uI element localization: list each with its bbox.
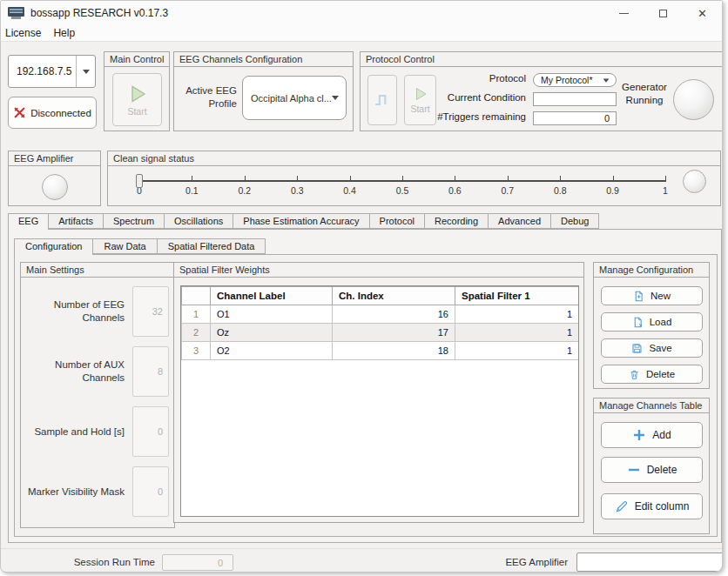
- tab-advanced[interactable]: Advanced: [488, 213, 551, 229]
- active-eeg-profile-dropdown[interactable]: Occipital Alpha cl...: [242, 76, 347, 120]
- main-control-panel: Main Control Start: [104, 51, 170, 131]
- eeg-amplifier-lamp: [42, 174, 68, 200]
- column-header-spatial-filter-1: Spatial Filter 1: [455, 287, 579, 305]
- manage-configuration-panel: Manage Configuration NewLoadSaveDelete: [593, 262, 710, 389]
- number-of-eeg-channels-field[interactable]: 32: [132, 286, 169, 337]
- save-button[interactable]: Save: [601, 338, 703, 358]
- minimize-icon: [619, 13, 629, 14]
- clean-signal-slider[interactable]: 00.10.20.30.40.50.60.70.80.91: [139, 172, 665, 200]
- slider-tick-label: 0.3: [284, 185, 310, 196]
- row-index-cell: 1: [182, 305, 211, 324]
- current-condition-field[interactable]: [533, 92, 617, 106]
- table-cell[interactable]: O1: [211, 305, 333, 324]
- tab-eeg[interactable]: EEG: [8, 213, 49, 230]
- slider-tick: [508, 176, 509, 182]
- load-button[interactable]: Load: [601, 312, 703, 332]
- main-control-title: Main Control: [104, 52, 169, 67]
- sample-and-hold-s-label: Sample and Hold [s]: [28, 425, 132, 439]
- sample-and-hold-s-field[interactable]: 0: [132, 406, 169, 457]
- slider-thumb[interactable]: [136, 174, 143, 188]
- protocol-start-label: Start: [410, 104, 429, 114]
- menu-license[interactable]: License: [1, 27, 47, 39]
- delete-button[interactable]: Delete: [601, 365, 703, 384]
- table-cell[interactable]: 1: [455, 342, 579, 360]
- protocol-dropdown[interactable]: My Protocol*: [533, 73, 617, 87]
- minimize-button[interactable]: [604, 1, 644, 25]
- spatial-filter-weights-panel: Spatial Filter Weights Channel LabelCh. …: [173, 262, 584, 523]
- subtab-spatial-filtered-data[interactable]: Spatial Filtered Data: [157, 238, 266, 254]
- subtab-raw-data[interactable]: Raw Data: [92, 238, 157, 254]
- row-index-cell: 3: [182, 342, 211, 360]
- table-cell[interactable]: 1: [455, 324, 579, 342]
- button-label: Add: [652, 429, 671, 441]
- ip-address-dropdown[interactable]: 192.168.7.5: [8, 55, 96, 88]
- main-settings-title: Main Settings: [21, 263, 174, 278]
- session-run-time-field[interactable]: 0: [162, 554, 233, 571]
- tab-recording[interactable]: Recording: [424, 213, 489, 229]
- edit-column-button[interactable]: Edit column: [601, 493, 703, 519]
- dropdown-arrow-box[interactable]: [76, 56, 95, 87]
- slider-tick: [245, 176, 246, 182]
- app-window: bossapp RESEARCH v0.17.3 ✕ License Help …: [0, 0, 723, 573]
- plus-icon: [632, 428, 646, 442]
- main-start-button[interactable]: Start: [112, 73, 162, 126]
- connection-status-label: Disconnected: [30, 108, 91, 118]
- button-label: Load: [650, 317, 672, 327]
- menu-help[interactable]: Help: [47, 27, 81, 39]
- settings-row: Marker Visibility Mask0: [28, 466, 169, 517]
- column-header-ch-index: Ch. Index: [333, 287, 455, 305]
- delete-button[interactable]: Delete: [601, 457, 703, 483]
- main-start-label: Start: [127, 106, 146, 117]
- generator-running-lamp: [673, 79, 714, 120]
- marker-visibility-mask-field[interactable]: 0: [132, 466, 169, 517]
- table-cell[interactable]: 17: [333, 324, 455, 342]
- eeg-amplifier-panel-title: EEG Amplifier: [9, 151, 100, 166]
- active-eeg-profile-label: Active EEG Profile: [179, 84, 237, 111]
- number-of-aux-channels-field[interactable]: 8: [132, 346, 169, 397]
- tab-spectrum[interactable]: Spectrum: [103, 213, 165, 229]
- channels-table-header: Channel LabelCh. IndexSpatial Filter 1: [182, 287, 579, 305]
- settings-row: Number of AUX Channels8: [28, 346, 169, 397]
- screenshot-stage: bossapp RESEARCH v0.17.3 ✕ License Help …: [0, 0, 728, 576]
- table-cell[interactable]: Oz: [211, 324, 333, 342]
- eeg-amplifier-footer-field[interactable]: [576, 553, 723, 572]
- tab-artifacts[interactable]: Artifacts: [48, 213, 104, 229]
- new-button[interactable]: New: [601, 286, 703, 305]
- table-cell[interactable]: 16: [333, 305, 455, 324]
- triggers-remaining-field[interactable]: 0: [533, 111, 617, 125]
- channels-table[interactable]: Channel LabelCh. IndexSpatial Filter 11O…: [180, 285, 579, 517]
- manage-channels-table-panel: Manage Channels Table AddDeleteEdit colu…: [593, 398, 710, 534]
- ip-address-value: 192.168.7.5: [9, 56, 76, 87]
- button-label: New: [650, 291, 671, 301]
- close-button[interactable]: ✕: [683, 1, 722, 25]
- table-cell[interactable]: O2: [211, 342, 333, 360]
- slider-tick-label: 1: [652, 185, 678, 196]
- send-trigger-button[interactable]: [367, 75, 397, 125]
- title-bar[interactable]: bossapp RESEARCH v0.17.3 ✕: [1, 1, 722, 25]
- number-of-eeg-channels-label: Number of EEG Channels: [28, 298, 132, 325]
- protocol-value: My Protocol*: [534, 75, 603, 85]
- add-button[interactable]: Add: [601, 422, 703, 448]
- tab-oscillations[interactable]: Oscillations: [164, 213, 233, 229]
- subtab-configuration[interactable]: Configuration: [14, 238, 93, 255]
- table-cell[interactable]: 1: [455, 305, 579, 324]
- row-index-cell: 2: [182, 324, 211, 342]
- slider-tick-label: 0.4: [337, 185, 363, 196]
- chevron-down-icon: [332, 96, 339, 100]
- menu-bar: License Help: [1, 25, 722, 42]
- button-label: Edit column: [635, 500, 690, 512]
- table-cell[interactable]: 18: [333, 342, 455, 360]
- slider-tick-label: 0.7: [495, 185, 521, 196]
- spatial-filter-weights-title: Spatial Filter Weights: [174, 263, 583, 278]
- connection-status-button[interactable]: Disconnected: [8, 97, 97, 129]
- clean-signal-lamp: [683, 170, 706, 193]
- tab-phase-estimation-accuracy[interactable]: Phase Estimation Accuracy: [233, 213, 369, 229]
- column-header-channel-label: Channel Label: [211, 287, 333, 305]
- tab-protocol[interactable]: Protocol: [369, 213, 425, 229]
- generator-running-label: Generator Running: [618, 81, 671, 107]
- minus-icon: [627, 463, 641, 477]
- new-file-icon: [633, 291, 644, 302]
- maximize-button[interactable]: [644, 1, 683, 25]
- chevron-down-icon: [83, 70, 90, 74]
- tab-debug[interactable]: Debug: [550, 213, 599, 229]
